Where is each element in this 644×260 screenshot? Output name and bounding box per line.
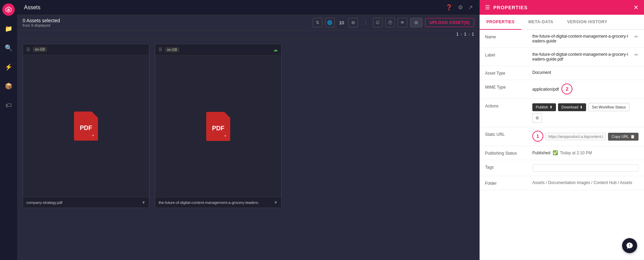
pdf-icon-2: PDF ✦: [206, 112, 230, 141]
workflow-label: Set Workflow Status: [592, 105, 626, 109]
items-per-page: 10: [337, 20, 346, 25]
header-controls: ⇅ 🌐 10 ⊞ | ☑ Ⓟ 👁 ⊞ UPLOAD ASSET(S): [313, 18, 474, 27]
property-asset-type-row: Asset Type Document: [480, 66, 644, 80]
asset-preview-1: PDF ✦: [23, 55, 149, 197]
assets-info: 0 Assets selected from 9 displayed: [23, 18, 60, 27]
label-edit-icon[interactable]: ✏: [634, 52, 639, 57]
app-logo[interactable]: [2, 3, 15, 16]
name-edit-icon[interactable]: ✏: [634, 34, 639, 39]
asset-card-2[interactable]: ☰ en-GB ☁ PDF ✦ the-future-of-digital-co…: [155, 44, 282, 208]
select-all-button[interactable]: ☑: [373, 18, 383, 27]
topbar-icons: ❓ ⚙ ↗: [446, 4, 473, 11]
panel-title: PROPERTIES: [493, 5, 630, 10]
chevron-down-icon-2[interactable]: ▼: [274, 200, 278, 205]
mime-type-value-container: application/pdf 2: [532, 84, 572, 94]
main-content: Assets ❓ ⚙ ↗ 0 Assets selected from 9 di…: [17, 0, 480, 260]
property-publishing-status-row: Publishing Status Published ✅ Today at 2…: [480, 146, 644, 160]
publish-label: Publish: [536, 105, 548, 109]
document-icon-2: ☰: [159, 47, 162, 52]
document-icon-1: ☰: [26, 47, 30, 52]
property-folder-row: Folder Assets / Documentation images / C…: [480, 176, 644, 190]
close-panel-button[interactable]: ✕: [633, 4, 639, 11]
pdf-label-2: PDF: [212, 125, 224, 132]
from-displayed: from 9 displayed: [23, 23, 60, 27]
panel-header-icon: ☰: [485, 4, 490, 11]
download-icon: ⬇: [580, 105, 583, 109]
name-value: the-future-of-digital-content-management…: [532, 34, 630, 43]
more-button[interactable]: ⊞: [410, 18, 422, 27]
settings-icon[interactable]: ⚙: [458, 4, 463, 11]
logout-icon[interactable]: ↗: [468, 4, 473, 11]
sidebar-item-packages[interactable]: 📦: [2, 80, 15, 92]
chat-bubble-button[interactable]: [622, 238, 637, 253]
topbar: Assets ❓ ⚙ ↗: [17, 0, 480, 15]
copy-icon: 📋: [630, 134, 635, 139]
actions-container: Publish ⬆ Download ⬇ Set Workflow Status…: [532, 103, 639, 123]
hide-button[interactable]: 👁: [398, 18, 407, 27]
panel-tabs: PROPERTIES META-DATA VERSION HISTORY: [480, 15, 644, 30]
asset-name-2: the-future-of-digital-content-management…: [159, 200, 259, 205]
grid-view-button[interactable]: ⊞: [348, 18, 358, 27]
asset-card-2-header: ☰ en-GB ☁: [155, 44, 281, 55]
tab-version-history[interactable]: VERSION HISTORY: [560, 15, 615, 30]
property-actions-row: Actions Publish ⬆ Download ⬇ Set Workflo…: [480, 99, 644, 127]
asset-type-value: Document: [532, 70, 639, 75]
tab-properties[interactable]: PROPERTIES: [480, 15, 521, 30]
sidebar: 📁 🔍 ⚡ 📦 🏷: [0, 0, 17, 260]
static-url-input[interactable]: [545, 133, 606, 140]
publish-button[interactable]: Publish ⬆: [532, 103, 556, 111]
chevron-down-icon-1[interactable]: ▼: [141, 200, 146, 205]
folder-label: Folder: [485, 180, 530, 186]
help-button[interactable]: Ⓟ: [385, 18, 395, 27]
download-button[interactable]: Download ⬇: [558, 103, 586, 111]
sidebar-item-activities[interactable]: ⚡: [2, 61, 15, 73]
section-title: Assets: [24, 4, 40, 11]
property-static-url-row: Static URL 1 Copy URL 📋: [480, 127, 644, 146]
page-current: 1: [456, 32, 459, 37]
asset-preview-2: PDF ✦: [155, 55, 281, 197]
sort-button[interactable]: ⇅: [313, 18, 322, 27]
upload-assets-button[interactable]: UPLOAD ASSET(S): [425, 18, 474, 27]
cloud-published-icon: ☁: [273, 47, 278, 52]
label-label: Label: [485, 52, 530, 57]
published-check-icon: ✅: [553, 150, 558, 155]
help-icon[interactable]: ❓: [446, 4, 453, 11]
workflow-button[interactable]: Set Workflow Status: [588, 103, 630, 111]
publishing-status-value: Published: [532, 151, 550, 155]
static-url-container: 1 Copy URL 📋: [532, 131, 639, 142]
mime-type-label: MIME Type: [485, 84, 530, 90]
asset-card-1[interactable]: ☰ en-GB PDF ✦ company-strategy.pdf ▼: [23, 44, 149, 208]
page-prev: 1: [464, 32, 467, 37]
sidebar-item-assets[interactable]: 📁: [2, 23, 15, 35]
page-prev-arrow[interactable]: ‹: [461, 32, 462, 37]
copy-url-button[interactable]: Copy URL 📋: [608, 133, 639, 141]
locale-badge-2: en-GB: [165, 47, 179, 52]
sidebar-item-search[interactable]: 🔍: [2, 42, 15, 54]
property-mime-type-row: MIME Type application/pdf 2: [480, 80, 644, 99]
publishing-status-label: Publishing Status: [485, 150, 530, 156]
tab-meta-data[interactable]: META-DATA: [521, 15, 560, 30]
annotation-circle-1: 1: [532, 131, 543, 142]
pdf-a-2: ✦: [224, 134, 227, 138]
mime-type-value: application/pdf: [532, 87, 559, 92]
asset-card-1-header: ☰ en-GB: [23, 44, 149, 55]
gear-button[interactable]: ⚙: [532, 113, 542, 123]
selected-count: 0 Assets selected: [23, 18, 60, 23]
svg-marker-1: [7, 8, 10, 11]
publishing-date: Today at 2:10 PM: [560, 151, 592, 155]
asset-type-label: Asset Type: [485, 70, 530, 76]
page-next: 1: [472, 32, 474, 37]
asset-footer-2: the-future-of-digital-content-management…: [155, 197, 281, 208]
page-next-arrow[interactable]: ›: [468, 32, 470, 37]
pdf-label-1: PDF: [80, 125, 92, 132]
pdf-icon-1: PDF ✦: [74, 112, 98, 141]
asset-name-1: company-strategy.pdf: [26, 200, 62, 205]
globe-button[interactable]: 🌐: [325, 18, 335, 27]
panel-header: ☰ PROPERTIES ✕: [480, 0, 644, 15]
tags-input[interactable]: [532, 164, 639, 172]
actions-label: Actions: [485, 103, 530, 108]
property-label-row: Label the-future-of-digital-content-mana…: [480, 48, 644, 66]
sidebar-item-settings[interactable]: 🏷: [2, 99, 15, 112]
property-tags-row: Tags: [480, 160, 644, 176]
folder-value: Assets / Documentation images / Content …: [532, 180, 639, 185]
